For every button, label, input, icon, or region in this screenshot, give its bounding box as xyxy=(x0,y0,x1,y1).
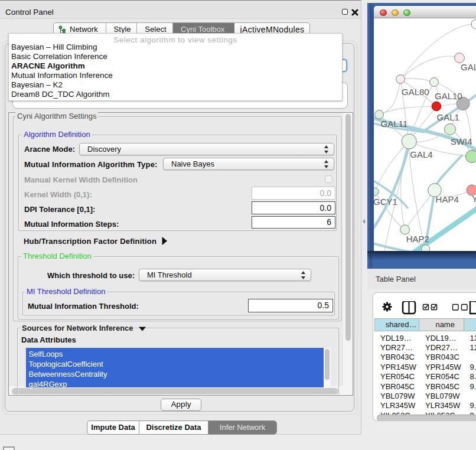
svg-text:GAL10: GAL10 xyxy=(435,91,462,101)
svg-text:GAL4: GAL4 xyxy=(410,149,432,159)
svg-text:YE: YE xyxy=(472,194,476,204)
svg-text:GCY1: GCY1 xyxy=(374,197,397,207)
svg-text:GAL7: GAL7 xyxy=(461,62,476,72)
svg-text:HAP2: HAP2 xyxy=(406,234,429,244)
svg-text:HAP4: HAP4 xyxy=(436,194,459,204)
svg-text:SWI4: SWI4 xyxy=(451,136,472,146)
svg-text:GAL11: GAL11 xyxy=(381,119,408,129)
svg-text:GAL80: GAL80 xyxy=(402,87,429,97)
svg-text:GAL1: GAL1 xyxy=(437,112,459,122)
